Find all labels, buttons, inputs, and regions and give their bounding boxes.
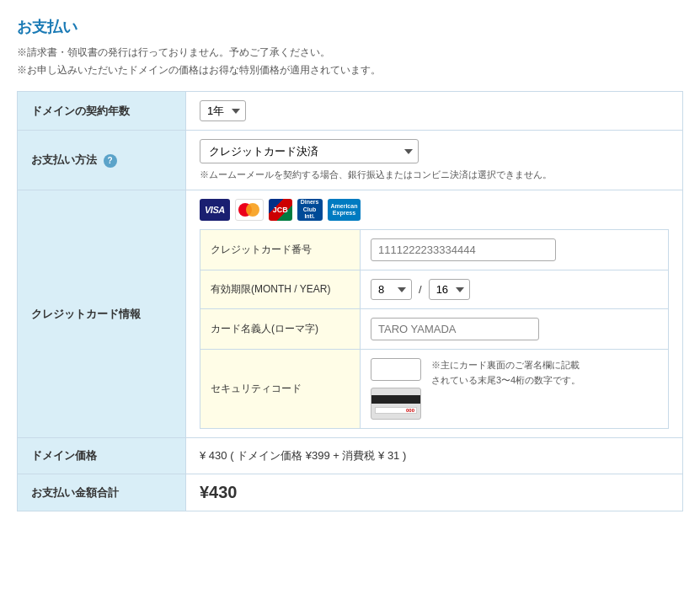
page-title: お支払い: [17, 17, 683, 37]
total-row: お支払い金額合計 ¥430: [18, 474, 683, 511]
cc-cardholder-input[interactable]: [371, 318, 539, 340]
security-notice-text: ※主にカード裏面のご署名欄に記載 されている末尾3〜4桁の数字です。: [431, 358, 580, 388]
payment-method-help-icon[interactable]: ?: [104, 154, 117, 168]
expiry-separator: /: [419, 283, 422, 296]
amex-icon: AmericanExpress: [328, 199, 361, 221]
cc-security-row: セキュリティコード 000: [200, 350, 669, 429]
visa-icon: VISA: [200, 199, 230, 221]
credit-card-value: VISA JCB DinersClubIntl. AmericanExpress…: [186, 190, 683, 438]
total-value: ¥430: [186, 474, 683, 511]
payment-method-select[interactable]: クレジットカード決済 銀行振込 コンビニ決済: [200, 139, 419, 163]
credit-card-row: クレジットカード情報 VISA JCB DinersClubIntl. Amer…: [18, 190, 683, 438]
contract-years-select[interactable]: 1年 2年 3年: [200, 100, 246, 121]
notice-1: ※請求書・領収書の発行は行っておりません。予めご了承ください。: [17, 46, 683, 60]
payment-method-value: クレジットカード決済 銀行振込 コンビニ決済 ※ムームーメールを契約する場合、銀…: [186, 131, 683, 190]
cc-expiry-row: 有効期限(MONTH / YEAR) 1234 5678 9101112 / 1…: [200, 270, 669, 309]
cc-number-row: クレジットカード番号: [200, 230, 669, 270]
cc-security-input[interactable]: [371, 358, 421, 381]
cc-expiry-label: 有効期限(MONTH / YEAR): [200, 270, 361, 309]
security-content: 000 ※主にカード裏面のご署名欄に記載 されている末尾3〜4桁の数字です。: [371, 358, 658, 420]
cc-number-label: クレジットカード番号: [200, 230, 361, 270]
cc-cardholder-cell: [361, 309, 669, 350]
contract-years-label: ドメインの契約年数: [18, 92, 186, 131]
card-back-illustration: 000: [371, 388, 421, 420]
cc-security-cell: 000 ※主にカード裏面のご署名欄に記載 されている末尾3〜4桁の数字です。: [361, 350, 669, 429]
credit-card-label: クレジットカード情報: [18, 190, 186, 438]
cc-number-cell: [361, 230, 669, 270]
cc-cardholder-label: カード名義人(ローマ字): [200, 309, 361, 350]
cc-security-label: セキュリティコード: [200, 350, 361, 429]
expiry-year-select[interactable]: 161718 192021 22232425: [429, 279, 470, 300]
card-icons: VISA JCB DinersClubIntl. AmericanExpress: [200, 199, 669, 221]
jcb-icon: JCB: [269, 199, 292, 221]
payment-method-notice: ※ムームーメールを契約する場合、銀行振込またはコンビニ決済は選択できません。: [200, 169, 669, 181]
payment-method-label: お支払い方法 ?: [18, 131, 186, 190]
notice-2: ※お申し込みいただいたドメインの価格はお得な特別価格が適用されています。: [17, 63, 683, 78]
mastercard-icon: [235, 199, 264, 221]
cc-cardholder-row: カード名義人(ローマ字): [200, 309, 669, 350]
payment-form-table: ドメインの契約年数 1年 2年 3年 お支払い方法 ? クレジットカード決済 銀…: [17, 91, 683, 511]
expiry-month-select[interactable]: 1234 5678 9101112: [371, 279, 412, 300]
diners-icon: DinersClubIntl.: [297, 199, 323, 221]
payment-method-row: お支払い方法 ? クレジットカード決済 銀行振込 コンビニ決済 ※ムームーメール…: [18, 131, 683, 190]
cc-number-input[interactable]: [371, 238, 556, 261]
domain-price-value: ¥ 430 ( ドメイン価格 ¥399 + 消費税 ¥ 31 ): [186, 438, 683, 474]
security-input-group: 000: [371, 358, 421, 420]
contract-years-value: 1年 2年 3年: [186, 92, 683, 131]
total-label: お支払い金額合計: [18, 474, 186, 511]
cc-form-table: クレジットカード番号 有効期限(MONTH / YEAR) 1234 5678 …: [200, 229, 669, 429]
total-amount: ¥430: [200, 483, 238, 501]
contract-years-row: ドメインの契約年数 1年 2年 3年: [18, 92, 683, 131]
cc-expiry-cell: 1234 5678 9101112 / 161718 192021 222324…: [361, 270, 669, 309]
domain-price-row: ドメイン価格 ¥ 430 ( ドメイン価格 ¥399 + 消費税 ¥ 31 ): [18, 438, 683, 474]
expiry-selects: 1234 5678 9101112 / 161718 192021 222324…: [371, 279, 658, 300]
domain-price-label: ドメイン価格: [18, 438, 186, 474]
